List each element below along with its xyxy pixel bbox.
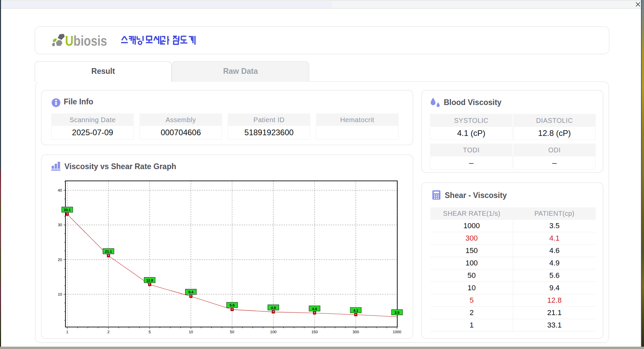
- svg-text:30: 30: [58, 223, 62, 227]
- svg-text:2: 2: [107, 330, 109, 334]
- svg-text:150: 150: [311, 330, 318, 334]
- svg-text:1: 1: [66, 330, 68, 334]
- svg-text:Ubiosis: Ubiosis: [65, 33, 107, 49]
- svg-text:3.5: 3.5: [394, 311, 399, 315]
- svg-text:4.9: 4.9: [271, 306, 276, 310]
- svg-text:5.6: 5.6: [230, 303, 235, 307]
- svg-text:10: 10: [58, 293, 62, 297]
- svg-text:1000: 1000: [393, 330, 401, 334]
- svg-text:21.1: 21.1: [105, 250, 112, 254]
- svg-text:20: 20: [58, 258, 62, 262]
- svg-text:40: 40: [58, 189, 62, 193]
- svg-text:10: 10: [189, 330, 193, 334]
- svg-text:12.8: 12.8: [146, 279, 153, 283]
- svg-text:300: 300: [353, 330, 359, 334]
- svg-text:4.6: 4.6: [312, 307, 317, 311]
- svg-text:9.4: 9.4: [189, 290, 194, 294]
- svg-text:50: 50: [230, 330, 234, 334]
- svg-text:4.1: 4.1: [353, 309, 358, 313]
- svg-text:5: 5: [149, 330, 151, 334]
- svg-text:33.1: 33.1: [64, 208, 71, 212]
- svg-text:100: 100: [270, 330, 276, 334]
